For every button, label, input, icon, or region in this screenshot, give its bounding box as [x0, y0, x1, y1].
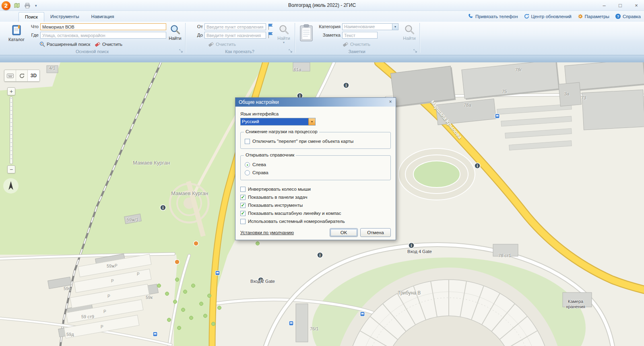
clear-route-button: Очистить [208, 41, 236, 47]
link-bind-phone[interactable]: Привязать телефон [468, 13, 518, 19]
category-select[interactable]: Наименование ▾ [342, 23, 398, 30]
checkbox-box[interactable] [245, 139, 250, 144]
category-label: Категория [316, 23, 341, 30]
tab-navigation[interactable]: Навигация [85, 12, 120, 22]
checkbox-show-tools[interactable]: ✓ Показывать инструменты [240, 201, 391, 209]
magnifier-plus-icon [39, 41, 45, 47]
checkbox-label: Показывать в панели задач [248, 195, 307, 200]
help-icon: ? [615, 13, 621, 19]
svg-text:i: i [346, 83, 347, 88]
checkbox-system-dialer[interactable]: Использовать системный номеронабиратель [240, 217, 391, 225]
3d-mode-button[interactable]: 3D [28, 70, 39, 81]
quick-access-toolbar: 2 ▾ [0, 0, 38, 11]
map-toolbar: 3D [4, 70, 40, 82]
find-label: Найти [169, 36, 181, 41]
maximize-button[interactable]: □ [615, 2, 625, 9]
radio-button[interactable]: ● [245, 162, 250, 167]
to-flag-icon[interactable] [268, 32, 273, 39]
dialog-titlebar[interactable]: Общие настройки × [235, 98, 396, 107]
from-flag-icon[interactable] [268, 23, 273, 31]
2gis-logo-icon[interactable]: 2 [2, 1, 10, 10]
eraser-icon [95, 41, 101, 47]
radio-label: Слева [252, 162, 266, 167]
cpu-load-group-title: Снижение нагрузки на процессор [244, 129, 319, 134]
titlebar: 2 ▾ Волгоград (июль 2022) - 2ГИС – □ × [0, 0, 644, 11]
note-input[interactable] [342, 32, 378, 39]
find-button[interactable]: Найти [165, 23, 185, 49]
checkbox-show-scale-compass[interactable]: ✓ Показывать масштабную линейку и компас [240, 209, 391, 217]
checkbox-invert-mouse-wheel[interactable]: Инвертировать колесо мыши [240, 185, 391, 193]
checkbox-box[interactable]: ✓ [240, 211, 246, 216]
catalog-button[interactable]: Каталог [6, 23, 27, 48]
compass-icon[interactable] [3, 178, 19, 194]
what-input[interactable] [40, 23, 166, 30]
svg-text:i: i [163, 206, 164, 210]
svg-text:P: P [115, 264, 118, 268]
checkbox-box[interactable]: ✓ [240, 203, 246, 208]
clear-notes-label: Очистить [350, 42, 370, 47]
keyboard-button[interactable] [4, 70, 16, 81]
handbook-group-title: Открывать справочник [244, 152, 296, 157]
advanced-search-label: Расширенный поиск [47, 42, 90, 47]
clipboard-icon [299, 24, 314, 43]
cpu-load-groupbox: Снижение нагрузки на процессор Отключить… [240, 132, 391, 149]
chevron-down-icon[interactable]: ▾ [392, 24, 398, 30]
link-help[interactable]: ? Справка [615, 13, 641, 19]
link-parameters[interactable]: Параметры [577, 13, 609, 19]
defaults-link[interactable]: Установки по умолчанию [240, 230, 294, 235]
find-notes-label: Найти [403, 36, 415, 41]
eraser-icon [208, 41, 214, 47]
ribbon-tab-row: Поиск Инструменты Навигация Привязать те… [0, 11, 644, 22]
where-input[interactable] [40, 32, 166, 39]
svg-text:P: P [137, 272, 140, 276]
map-file-icon[interactable] [13, 2, 21, 10]
zoom-out-button[interactable]: − [7, 165, 15, 173]
dialog-close-button[interactable]: × [387, 99, 394, 105]
language-dropdown-button[interactable]: ▾ [308, 118, 315, 125]
catalog-book-icon [10, 24, 23, 36]
svg-text:P: P [103, 309, 106, 314]
checkbox-disable-flight[interactable]: Отключить "перелет" при смене объекта ка… [245, 137, 386, 145]
dialog-launcher-icon[interactable] [288, 49, 293, 54]
dialog-launcher-icon[interactable] [179, 49, 184, 54]
ok-button[interactable]: OK [330, 228, 358, 237]
advanced-search-button[interactable]: Расширенный поиск [39, 41, 90, 47]
to-input[interactable] [204, 32, 266, 39]
chevron-down-icon: ▾ [283, 41, 285, 44]
radio-left[interactable]: ● Слева [245, 161, 386, 169]
checkbox-box[interactable]: ✓ [240, 195, 246, 200]
checkbox-box[interactable] [240, 219, 246, 224]
gear-icon [577, 13, 583, 19]
language-select[interactable]: Русский ▾ [240, 118, 316, 126]
zoom-in-button[interactable]: + [7, 87, 15, 95]
to-label: До [188, 32, 203, 39]
checkbox-show-in-taskbar[interactable]: ✓ Показывать в панели задач [240, 193, 391, 201]
svg-text:P: P [111, 279, 114, 283]
close-button[interactable]: × [631, 2, 642, 9]
minimize-button[interactable]: – [599, 2, 609, 9]
language-value: Русский [241, 118, 308, 125]
print-icon[interactable] [23, 2, 31, 10]
checkbox-label: Инвертировать колесо мыши [248, 187, 311, 192]
radio-label: Справа [252, 170, 268, 175]
tab-tools[interactable]: Инструменты [44, 12, 85, 22]
eraser-icon [343, 41, 349, 47]
phone-icon [468, 13, 474, 19]
from-input[interactable] [204, 23, 266, 30]
checkbox-box[interactable] [240, 187, 246, 192]
link-update-center[interactable]: Центр обновлений [524, 13, 572, 19]
tab-search[interactable]: Поиск [19, 12, 44, 22]
rotate-button[interactable] [16, 70, 28, 81]
qat-customize-arrow-icon[interactable]: ▾ [34, 4, 38, 8]
dialog-launcher-icon[interactable] [413, 49, 418, 54]
radio-button[interactable] [245, 170, 250, 175]
clear-search-label: Очистить [102, 42, 122, 47]
zoom-slider[interactable] [10, 97, 13, 164]
clear-search-button[interactable]: Очистить [95, 41, 122, 47]
note-label: Заметка [316, 32, 341, 39]
checkbox-label: Использовать системный номеронабиратель [248, 219, 345, 224]
map-container: PPP PPP i [0, 62, 644, 346]
radio-right[interactable]: Справа [245, 169, 386, 177]
svg-text:i: i [320, 253, 321, 257]
cancel-button[interactable]: Отмена [360, 228, 391, 237]
